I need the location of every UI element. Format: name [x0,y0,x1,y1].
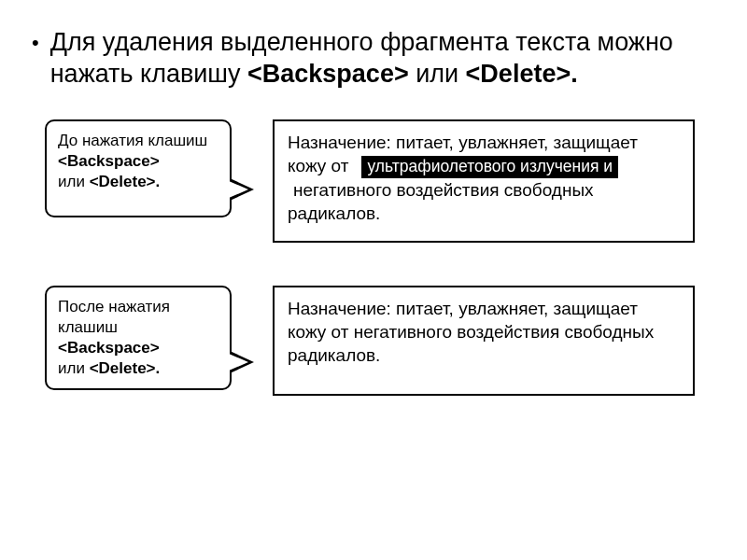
speech-before-key1: <Backspace> [58,152,160,170]
speech-after-or: или [58,359,90,377]
speech-before: До нажатия клашиш <Backspace> или <Delet… [45,119,232,217]
box2-text: Назначение: питает, увлажняет, защищает … [288,299,654,365]
speech-before-or: или [58,173,90,190]
speech-after-key1: <Backspace> [58,339,160,357]
headline-part2: или [409,60,466,88]
after-row: После нажатия клашиш <Backspace> или <De… [0,286,747,396]
highlighted-selection: ультрафиолетового излучения и [361,156,618,178]
example-before-box: Назначение: питает, увлажняет, защищает … [273,119,695,243]
bullet-icon: • [32,26,39,60]
speech-before-text: До нажатия клашиш [58,132,207,149]
headline-row: • Для удаления выделенного фрагмента тек… [0,0,747,90]
speech-before-key2: <Delete>. [90,173,161,190]
headline-key1: <Backspace> [247,60,409,88]
speech-after-key2: <Delete>. [90,359,161,377]
speech-tail-icon [230,178,254,203]
speech-after: После нажатия клашиш <Backspace> или <De… [45,286,232,390]
before-row: До нажатия клашиш <Backspace> или <Delet… [0,119,747,243]
speech-after-text: После нажатия клашиш [58,298,170,336]
headline-key2: <Delete>. [466,60,578,88]
example-after-box: Назначение: питает, увлажняет, защищает … [273,286,695,396]
headline-text: Для удаления выделенного фрагмента текст… [50,26,726,90]
box1-after-text: негативного воздействия свободных радика… [288,180,594,223]
speech-tail-icon [230,351,254,375]
